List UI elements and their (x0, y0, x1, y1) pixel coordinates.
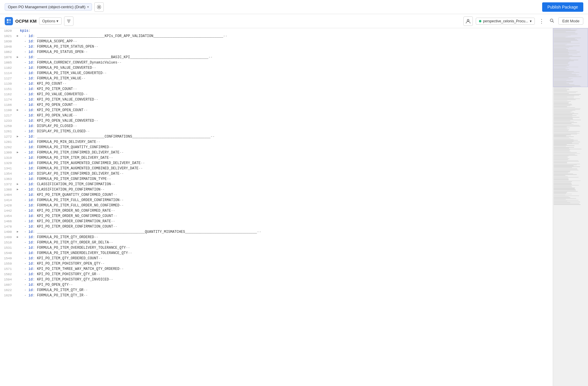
line-number: 1309 (1, 150, 15, 155)
code-text: - id: KPI_PO_ITEM_QTY_ORDERED_COUNT-- (20, 256, 552, 261)
nav-left: OCPM KM Options ▾ (5, 16, 73, 26)
line-number: 1151 (1, 86, 15, 92)
minimap-line (554, 203, 579, 204)
minimap-line (554, 139, 574, 140)
minimap-line (554, 159, 568, 160)
code-text: - id: KPI_PO_ITEM_COUNT-- (20, 86, 552, 92)
line-number: 1076 (1, 55, 15, 60)
options-label: Options (42, 19, 56, 23)
perspective-label: perspective_celonis_Procu... (483, 19, 528, 23)
minimap-line (554, 115, 577, 116)
expand-arrow[interactable]: ▶ (15, 134, 20, 139)
expand-arrow[interactable]: ▶ (15, 182, 20, 187)
code-line: 1030 - id: FORMULA_SCOPE_APP-- (0, 39, 553, 44)
minimap-line (554, 31, 566, 32)
code-line: 1414 - id: FORMULA_PO_ITEM_FULL_ORDER_CO… (0, 198, 553, 203)
code-line: 1582 - id: KPI_PO_ITEM_POHISTORY_QTY_GR-… (0, 272, 553, 277)
minimap-line (554, 91, 578, 92)
line-number: 1272 (1, 134, 15, 139)
code-line: 1114 - id: FORMULA_PO_ITEM_VALUE_CONVERT… (0, 71, 553, 76)
perspective-button[interactable]: perspective_celonis_Procu... ▾ (476, 18, 535, 25)
minimap-line (554, 165, 577, 165)
publish-button[interactable]: Publish Package (542, 2, 583, 12)
minimap-line (554, 49, 568, 50)
code-text: - id: FORMULA_PO_ITEM_QTY_ORDERED-- (20, 235, 552, 240)
more-options-button[interactable]: ⋮ (538, 17, 545, 26)
minimap-line (554, 194, 572, 194)
code-line: 1478 - id: KPI_PO_ITEM_ORDER_CONFIRMATIO… (0, 224, 553, 229)
minimap-line (554, 152, 577, 153)
line-number: 1292 (1, 145, 15, 150)
expand-arrow[interactable]: ▶ (15, 108, 20, 113)
minimap-line (554, 82, 573, 82)
expand-arrow[interactable]: ▶ (15, 150, 20, 155)
line-number: 1186 (1, 102, 15, 108)
minimap-line (554, 129, 569, 130)
code-editor[interactable]: 1020kpis:1021▶ - id: ___________________… (0, 28, 553, 386)
search-button[interactable] (548, 17, 555, 25)
code-text: - id: FORMULA_SCOPE_APP-- (20, 39, 552, 44)
code-line: 1490▶ - id: ____________________________… (0, 229, 553, 235)
minimap-line (554, 175, 565, 176)
code-text: - id: __________________________________… (20, 55, 552, 60)
expand-arrow[interactable]: ▶ (15, 55, 20, 60)
minimap-line (554, 81, 574, 81)
minimap-line (554, 59, 571, 59)
minimap-line (554, 164, 580, 164)
main-content: 1020kpis:1021▶ - id: ___________________… (0, 28, 588, 386)
minimap-line (554, 170, 579, 171)
code-text: - id: KPI_PO_ITEM_ORDER_CONFIRMATION_COU… (20, 224, 552, 229)
minimap-line (554, 120, 581, 120)
code-line: 1186 - id: KPI_PO_OPEN_COUNT-- (0, 102, 553, 108)
line-number: 1030 (1, 39, 15, 44)
minimap-line (554, 186, 572, 186)
minimap-line (554, 168, 577, 169)
minimap-line (554, 90, 569, 90)
minimap-line (554, 39, 577, 40)
expand-arrow[interactable]: ▶ (15, 229, 20, 235)
minimap-line (554, 44, 567, 44)
code-line: 1261 - id: DISPLAY_PO_ITEMS_CLOSED-- (0, 129, 553, 134)
minimap-line (554, 184, 572, 185)
minimap-line (554, 128, 567, 129)
settings-button[interactable] (94, 2, 104, 12)
code-line: 1442 - id: KPI_PO_ITEM_ORDER_NO_CONFIRME… (0, 208, 553, 213)
minimap-line (554, 57, 570, 58)
minimap-line (554, 47, 569, 48)
expand-arrow[interactable]: ▶ (15, 187, 20, 192)
user-icon-button[interactable] (463, 16, 473, 26)
minimap-line (554, 103, 569, 103)
line-number: 1021 (1, 34, 15, 39)
code-line: 1329 - id: FORMULA_PO_ITEM_AUGMENTED_CON… (0, 161, 553, 166)
minimap-line (554, 137, 569, 138)
minimap-line (554, 78, 573, 79)
code-line: 1540 - id: FORMULA_PO_ITEM_UNDERDELIVERY… (0, 250, 553, 256)
edit-mode-button[interactable]: Edit Mode (558, 17, 583, 25)
line-number: 1594 (1, 277, 15, 282)
code-text: - id: KPI_PO_ITEM_OPEN_COUNT-- (20, 108, 552, 113)
line-number: 1233 (1, 118, 15, 123)
code-text: - id: KPI_PO_OPEN_VALUE_CONVERTED-- (20, 118, 552, 123)
filter-button[interactable] (64, 16, 73, 26)
code-text: - id: KPI_PO_OPEN_QTY-- (20, 282, 552, 288)
line-number: 1531 (1, 245, 15, 250)
line-number: 1607 (1, 282, 15, 288)
line-number: 1085 (1, 60, 15, 65)
expand-arrow[interactable]: ▶ (15, 34, 20, 39)
options-button[interactable]: Options ▾ (39, 17, 62, 25)
minimap-line (554, 177, 579, 178)
code-text: - id: FORMULA_PO_ITEM_CONFIRMED_DELIVERY… (20, 150, 552, 155)
minimap-line (554, 193, 566, 193)
code-text: - id: FORMULA_PO_ITEM_VALUE_CONVERTED-- (20, 71, 552, 76)
expand-arrow[interactable]: ▶ (15, 235, 20, 240)
code-line: 1048 - id: FORMULA_PO_ITEM_STATUS_OPEN-- (0, 44, 553, 49)
minimap-line (554, 45, 566, 45)
minimap-line (554, 100, 567, 101)
minimap-line (554, 199, 566, 200)
minimap-line (554, 89, 569, 89)
minimap-line (554, 34, 577, 35)
code-text: - id: FORMULA_PO_ITEM_STATUS_OPEN-- (20, 44, 552, 49)
minimap-line (554, 148, 569, 148)
code-line: 1607 - id: KPI_PO_OPEN_QTY-- (0, 282, 553, 288)
draft-selector[interactable]: Open PO Management (object-centric) (Dra… (5, 3, 92, 11)
